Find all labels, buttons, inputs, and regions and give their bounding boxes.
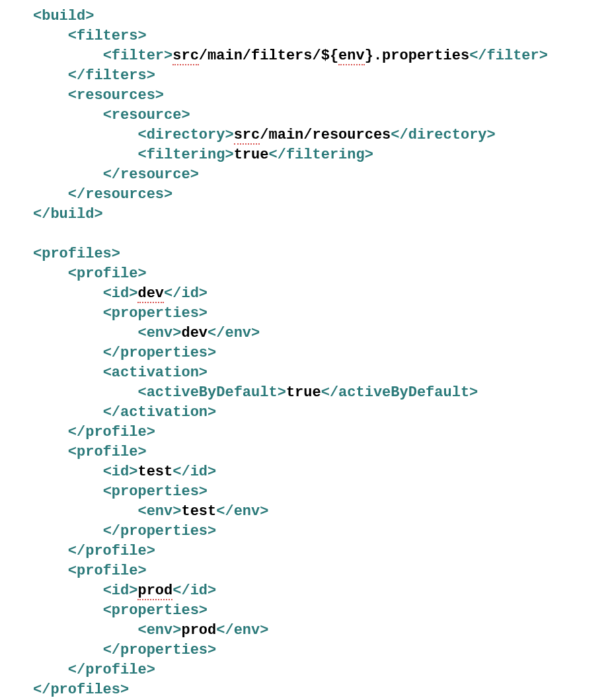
tag-id-open-2: <id> xyxy=(103,464,138,480)
tag-env-open-3: <env> xyxy=(137,622,181,639)
text-env-dev: dev xyxy=(181,325,208,341)
tag-directory-open: <directory> xyxy=(137,127,233,143)
tag-id-close-1: </id> xyxy=(164,285,208,302)
tag-profile-open-2: <profile> xyxy=(68,444,147,460)
text-env-test: test xyxy=(181,503,216,520)
text-filtering-val: true xyxy=(234,147,269,163)
tag-properties-open-3: <properties> xyxy=(103,602,208,619)
tag-profile-close-3: </profile> xyxy=(68,662,155,678)
tag-resources-close: </resources> xyxy=(68,186,172,203)
tag-env-close-3: </env> xyxy=(216,622,268,639)
tag-env-open-2: <env> xyxy=(137,503,181,520)
text-directory-rest: /main/resources xyxy=(260,127,391,143)
tag-profile-close-2: </profile> xyxy=(68,543,155,559)
text-activebydefault-val: true xyxy=(286,384,321,401)
text-id-dev: dev xyxy=(137,285,164,303)
tag-properties-close-2: </properties> xyxy=(103,523,217,540)
tag-filters-open: <filters> xyxy=(68,28,147,44)
tag-activebydefault-close: </activeByDefault> xyxy=(321,384,478,401)
tag-profile-open-3: <profile> xyxy=(68,563,147,579)
text-directory-src: src xyxy=(234,127,260,145)
tag-directory-close: </directory> xyxy=(391,127,495,143)
text-filter-mid: /main/filters/${ xyxy=(199,48,338,64)
tag-filtering-open: <filtering> xyxy=(137,147,233,163)
tag-profile-open-1: <profile> xyxy=(68,265,147,282)
tag-build-open: <build> xyxy=(33,8,94,24)
tag-profiles-open: <profiles> xyxy=(33,246,120,262)
tag-id-open-1: <id> xyxy=(103,285,138,302)
tag-filters-close: </filters> xyxy=(68,67,155,84)
tag-id-close-3: </id> xyxy=(172,582,216,599)
tag-id-open-3: <id> xyxy=(103,582,138,599)
tag-activebydefault-open: <activeByDefault> xyxy=(137,384,285,401)
tag-id-close-2: </id> xyxy=(172,464,216,480)
tag-env-close-2: </env> xyxy=(216,503,268,520)
tag-properties-open-2: <properties> xyxy=(103,483,208,500)
text-id-prod: prod xyxy=(137,582,172,600)
text-env-prod: prod xyxy=(181,622,216,639)
text-id-test: test xyxy=(137,464,172,480)
tag-resource-close: </resource> xyxy=(103,166,199,183)
code-block: <build> <filters> <filter>src/main/filte… xyxy=(0,7,608,700)
tag-resources-open: <resources> xyxy=(68,87,164,104)
text-filter-end: }.properties xyxy=(365,48,469,64)
tag-filter-open: <filter> xyxy=(103,48,173,64)
tag-properties-open-1: <properties> xyxy=(103,305,208,322)
tag-filter-close: </filter> xyxy=(469,48,548,64)
tag-profile-close-1: </profile> xyxy=(68,424,155,440)
tag-resource-open: <resource> xyxy=(103,107,190,123)
tag-build-close: </build> xyxy=(33,206,103,223)
tag-activation-close: </activation> xyxy=(103,404,217,421)
tag-properties-close-1: </properties> xyxy=(103,345,217,361)
tag-env-close-1: </env> xyxy=(208,325,260,341)
text-filter-env: env xyxy=(338,48,365,65)
tag-profiles-close: </profiles> xyxy=(33,682,129,698)
tag-env-open-1: <env> xyxy=(137,325,181,341)
tag-filtering-close: </filtering> xyxy=(268,147,373,163)
tag-activation-open: <activation> xyxy=(103,365,208,381)
text-filter-src: src xyxy=(172,48,199,65)
tag-properties-close-3: </properties> xyxy=(103,642,217,658)
